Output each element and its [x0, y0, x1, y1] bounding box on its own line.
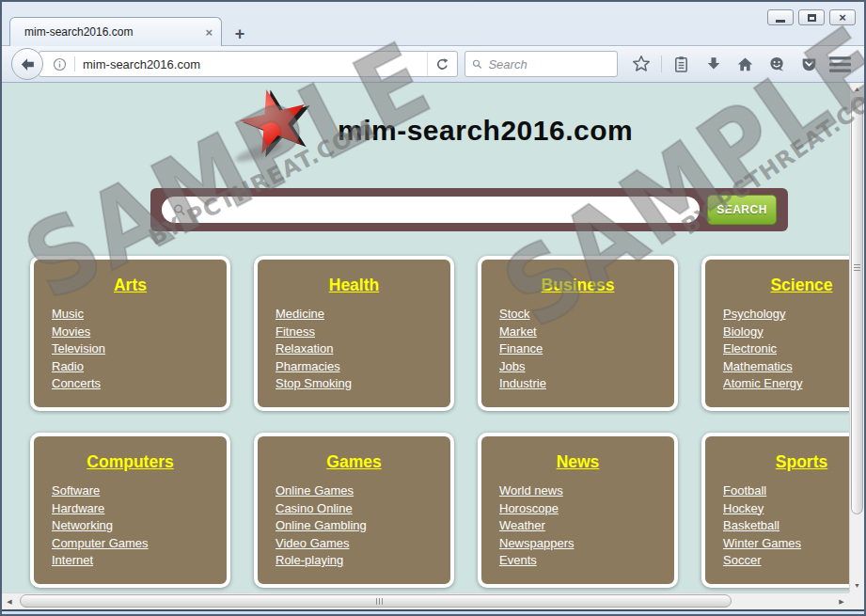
category-link-electronic[interactable]: Electronic [723, 340, 777, 358]
category-link-mathematics[interactable]: Mathematics [723, 358, 793, 376]
category-link-software[interactable]: Software [52, 482, 100, 500]
downloads-icon [705, 55, 722, 72]
category-link-casino-online[interactable]: Casino Online [276, 500, 353, 518]
category-link-industrie[interactable]: Industrie [499, 375, 546, 393]
category-title-business[interactable]: Business [481, 276, 674, 295]
category-link-soccer[interactable]: Soccer [723, 552, 761, 570]
browser-tab[interactable]: mim-search2016.com × [9, 17, 222, 46]
new-tab-button[interactable]: + [228, 24, 252, 44]
category-link-radio[interactable]: Radio [52, 358, 84, 376]
category-link-newspappers[interactable]: Newspappers [499, 535, 575, 553]
category-title-arts[interactable]: Arts [34, 276, 227, 295]
category-link-music[interactable]: Music [52, 306, 84, 324]
maximize-icon [808, 14, 816, 22]
category-link-winter-games[interactable]: Winter Games [723, 535, 801, 553]
scroll-down-button[interactable]: ▼ [850, 577, 864, 592]
category-link-stop-smoking[interactable]: Stop Smoking [276, 375, 352, 393]
category-link-basketball[interactable]: Basketball [723, 517, 779, 535]
pocket-button[interactable] [796, 52, 821, 76]
category-title-health[interactable]: Health [258, 276, 450, 295]
search-panel: SEARCH [150, 188, 788, 231]
reload-button[interactable] [427, 52, 457, 76]
category-link-atomic-energy[interactable]: Atomic Energy [723, 375, 803, 393]
close-button[interactable]: × [829, 9, 856, 25]
category-link-market[interactable]: Market [499, 324, 537, 341]
scroll-up-button[interactable]: ▲ [850, 81, 864, 96]
category-title-news[interactable]: News [481, 452, 674, 472]
search-icon [173, 203, 186, 217]
category-link-television[interactable]: Television [52, 340, 105, 358]
category-card: Business StockMarketFinanceJobsIndustrie [478, 256, 678, 411]
url-text[interactable]: mim-search2016.com [83, 57, 427, 71]
category-link-stock[interactable]: Stock [499, 306, 530, 324]
vertical-scrollbar-thumb[interactable] [851, 97, 863, 514]
window-bottom-frame [2, 609, 864, 614]
category-link-computer-games[interactable]: Computer Games [52, 535, 149, 553]
scroll-left-button[interactable]: ◀ [2, 593, 17, 609]
menu-button[interactable] [828, 52, 853, 76]
menu-icon [829, 56, 851, 72]
category-link-online-games[interactable]: Online Games [276, 482, 354, 500]
category-title-games[interactable]: Games [258, 452, 450, 472]
category-title-computers[interactable]: Computers [34, 452, 227, 472]
scroll-right-button[interactable]: ▶ [834, 593, 849, 609]
toolbar-search-box[interactable] [464, 51, 618, 77]
category-link-hardware[interactable]: Hardware [52, 500, 104, 518]
category-link-events[interactable]: Events [499, 552, 537, 570]
back-icon [20, 56, 36, 72]
url-bar[interactable]: mim-search2016.com [39, 51, 458, 77]
vertical-scrollbar[interactable]: ▲ ▼ [849, 81, 864, 592]
category-card: Games Online GamesCasino OnlineOnline Ga… [254, 433, 454, 588]
category-link-networking[interactable]: Networking [52, 517, 113, 535]
tab-title: mim-search2016.com [24, 25, 205, 39]
category-card: News World newsHoroscopeWeatherNewspappe… [478, 433, 678, 588]
category-link-psychology[interactable]: Psychology [723, 306, 785, 324]
category-link-video-games[interactable]: Video Games [276, 535, 350, 553]
category-title-sports[interactable]: Sports [705, 452, 849, 472]
page-search-input[interactable] [194, 203, 688, 217]
category-link-world-news[interactable]: World news [499, 482, 563, 500]
toolbar-icons [629, 52, 853, 76]
tab-close-icon[interactable]: × [205, 25, 213, 39]
home-button[interactable] [732, 52, 757, 76]
category-links: StockMarketFinanceJobsIndustrie [499, 306, 674, 393]
toolbar-search-input[interactable] [488, 57, 610, 71]
category-link-movies[interactable]: Movies [52, 324, 90, 341]
category-link-horoscope[interactable]: Horoscope [499, 500, 559, 518]
horizontal-scrollbar-thumb[interactable] [20, 594, 732, 608]
category-link-biology[interactable]: Biology [723, 324, 764, 341]
horizontal-scrollbar[interactable]: ◀ ▶ [2, 592, 849, 609]
hello-button[interactable] [764, 52, 789, 76]
category-link-hockey[interactable]: Hockey [723, 500, 764, 518]
page-content: mim-search2016.com SEARCH Arts MusicMovi… [2, 81, 849, 592]
category-link-concerts[interactable]: Concerts [52, 375, 101, 393]
bookmarks-menu-button[interactable] [669, 52, 694, 76]
category-link-role-playing[interactable]: Role-playing [276, 552, 343, 570]
category-links: PsychologyBiologyElectronicMathematicsAt… [723, 306, 849, 393]
category-link-internet[interactable]: Internet [52, 552, 93, 570]
category-link-medicine[interactable]: Medicine [276, 306, 324, 324]
category-link-fitness[interactable]: Fitness [276, 324, 315, 341]
back-button[interactable] [11, 48, 43, 80]
bookmark-star-button[interactable] [629, 52, 653, 76]
downloads-button[interactable] [701, 52, 726, 76]
category-link-pharmacies[interactable]: Pharmacies [276, 358, 340, 376]
info-icon[interactable] [53, 57, 67, 71]
category-link-weather[interactable]: Weather [499, 517, 545, 535]
category-title-science[interactable]: Science [705, 276, 849, 295]
category-link-jobs[interactable]: Jobs [499, 358, 525, 376]
category-link-finance[interactable]: Finance [499, 340, 543, 358]
category-link-relaxation[interactable]: Relaxation [276, 340, 333, 358]
scrollbar-corner [849, 592, 864, 609]
category-link-online-gambling[interactable]: Online Gambling [276, 517, 367, 535]
search-submit-button[interactable]: SEARCH [707, 195, 777, 225]
bookmarks-clipboard-icon [672, 55, 690, 73]
category-links: MedicineFitnessRelaxationPharmaciesStop … [276, 306, 450, 393]
page-search-field[interactable] [162, 197, 700, 223]
url-separator [74, 56, 75, 71]
category-links: World newsHoroscopeWeatherNewspappersEve… [499, 482, 674, 570]
category-link-football[interactable]: Football [723, 482, 766, 500]
maximize-button[interactable] [798, 9, 825, 25]
minimize-button[interactable] [767, 9, 794, 25]
pocket-icon [800, 55, 818, 73]
